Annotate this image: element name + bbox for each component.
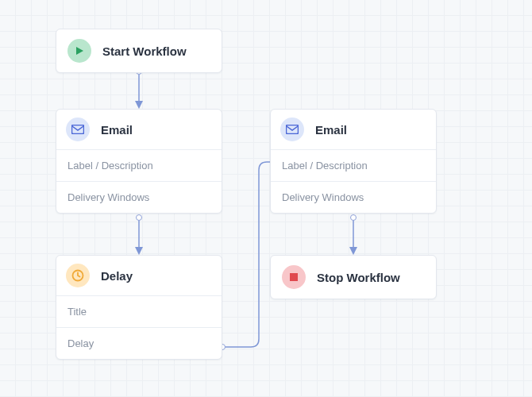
node-row-delivery[interactable]: Delivery Windows [56, 181, 222, 213]
node-row-title[interactable]: Title [56, 295, 222, 327]
node-stop[interactable]: Stop Workflow [270, 255, 437, 299]
node-title: Email [315, 123, 347, 137]
mail-icon [66, 118, 90, 141]
node-delay[interactable]: Delay Title Delay [56, 255, 222, 360]
play-icon [67, 39, 91, 63]
svg-rect-0 [72, 125, 84, 134]
node-row-delay[interactable]: Delay [56, 327, 222, 359]
node-email-1[interactable]: Email Label / Description Delivery Windo… [56, 109, 222, 214]
node-title: Delay [101, 269, 133, 283]
node-row-delivery[interactable]: Delivery Windows [271, 181, 436, 213]
node-title: Stop Workflow [317, 271, 400, 284]
clock-icon [66, 264, 90, 287]
mail-icon [280, 118, 304, 141]
svg-rect-3 [290, 273, 298, 281]
svg-rect-1 [287, 125, 299, 134]
node-title: Start Workflow [102, 44, 187, 58]
connector-dot [350, 214, 357, 221]
connector-dot [136, 214, 142, 221]
node-row-label[interactable]: Label / Description [271, 149, 436, 181]
stop-icon [282, 265, 306, 289]
node-email-2[interactable]: Email Label / Description Delivery Windo… [270, 109, 437, 214]
node-row-label[interactable]: Label / Description [56, 149, 222, 181]
node-start[interactable]: Start Workflow [56, 29, 222, 73]
node-title: Email [101, 123, 133, 137]
